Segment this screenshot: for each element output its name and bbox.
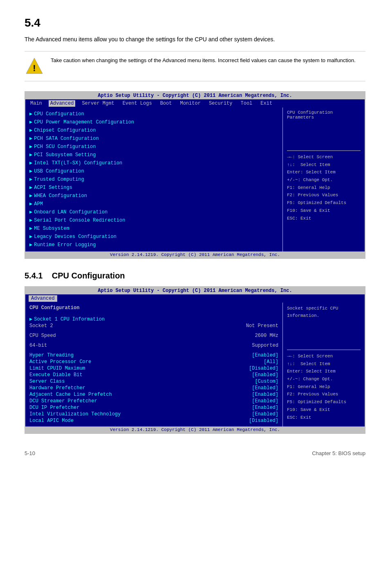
- bios-entry-serial[interactable]: ▶ Serial Port Console Redirection: [29, 216, 278, 224]
- bios-footer-2: Version 2.14.1219. Copyright (C) 2011 Am…: [25, 426, 365, 433]
- bios-title-bar-1: Aptio Setup Utility - Copyright (C) 2011…: [25, 92, 365, 99]
- key-f10-2: F10: Save & Exit: [287, 406, 361, 414]
- bios-entry-usb[interactable]: ▶ USB Configuration: [29, 167, 278, 175]
- bios-screen-2: Aptio Setup Utility - Copyright (C) 2011…: [25, 286, 365, 434]
- key-f1-2: F1: General Help: [287, 383, 361, 391]
- subsection-title: 5.4.1 CPU Configuration: [25, 271, 365, 281]
- bios-socket1-entry[interactable]: ▶ Socket 1 CPU Information: [29, 316, 278, 323]
- bios-entry-me[interactable]: ▶ ME Subsystem: [29, 224, 278, 233]
- bios-entry-whea[interactable]: ▶ WHEA Configuration: [29, 192, 278, 200]
- caution-text: Take caution when changing the settings …: [51, 56, 356, 65]
- bios-menu-exit[interactable]: Exit: [259, 100, 274, 107]
- key-select-item-2: ↑↓: Select Item: [287, 360, 361, 368]
- bios-left-1: ▶ CPU Configuration ▶ CPU Power Manageme…: [25, 108, 283, 251]
- key-change-opt-1: +/-~: Change Opt.: [287, 176, 361, 184]
- bios-local-apic-row[interactable]: Local APIC Mode [Disabled]: [29, 417, 278, 424]
- bios-cpu-speed-row: CPU Speed 2600 MHz: [29, 332, 278, 339]
- bios-tab-advanced[interactable]: Advanced: [29, 295, 57, 302]
- bios-64bit-row: 64-bit Supported: [29, 342, 278, 349]
- bios-active-proc-row[interactable]: Active Processor Core [All]: [29, 359, 278, 365]
- bios-adj-cache-row[interactable]: Adjacent Cache Line Prefetch [Enabled]: [29, 391, 278, 398]
- bios-menu-server[interactable]: Server Mgmt: [80, 100, 116, 107]
- bios-entry-legacy[interactable]: ▶ Legacy Devices Configuration: [29, 233, 278, 241]
- bios-title-bar-2: Aptio Setup Utility - Copyright (C) 2011…: [25, 287, 365, 294]
- bios-menu-monitor[interactable]: Monitor: [178, 100, 202, 107]
- page-footer: 5-10 Chapter 5: BIOS setup: [25, 450, 365, 456]
- key-esc-2: ESC: Exit: [287, 414, 361, 422]
- bios-entry-cpu-power[interactable]: ▶ CPU Power Management Configuration: [29, 118, 278, 126]
- key-f5-2: F5: Optimized Defaults: [287, 398, 361, 406]
- bios-entry-intel-txt[interactable]: ▶ Intel TXT(LT-SX) Configuration: [29, 159, 278, 167]
- key-f10-1: F10: Save & Exit: [287, 207, 361, 215]
- bios-menu-main[interactable]: Main: [29, 100, 44, 107]
- key-esc-1: ESC: Exit: [287, 215, 361, 222]
- bios-menu-tool[interactable]: Tool: [239, 100, 254, 107]
- bios-right2-top: Socket specific CPUInformation.: [287, 305, 361, 350]
- bios-right-top-1: CPU Configuration Parameters: [287, 110, 361, 151]
- bios-limit-cpuid-row[interactable]: Limit CPUID Maximum [Disabled]: [29, 365, 278, 372]
- bios-right2-keys: →←: Select Screen ↑↓: Select Item Enter:…: [287, 352, 361, 421]
- bios-entry-chipset[interactable]: ▶ Chipset Configuration: [29, 126, 278, 135]
- bios-content-1: ▶ CPU Configuration ▶ CPU Power Manageme…: [25, 108, 365, 251]
- bios-entry-acpi[interactable]: ▶ ACPI Settings: [29, 184, 278, 192]
- bios-entry-pch-sata[interactable]: ▶ PCH SATA Configuration: [29, 135, 278, 143]
- key-f5-1: F5: Optimized Defaults: [287, 199, 361, 207]
- bios-dcu-stream-row[interactable]: DCU Streamer Prefetcher [Enabled]: [29, 398, 278, 404]
- bios-entry-apm[interactable]: ▶ APM: [29, 200, 278, 208]
- key-change-opt-2: +/-~: Change Opt.: [287, 375, 361, 383]
- chapter-name: Chapter 5: BIOS setup: [312, 450, 365, 456]
- section-description: The Advanced menu items allow you to cha…: [25, 35, 365, 44]
- bios-menu-event[interactable]: Event Logs: [121, 100, 154, 107]
- bios-right-1: CPU Configuration Parameters →←: Select …: [283, 108, 365, 251]
- bios-content-2: CPU Configuration ▶ Socket 1 CPU Informa…: [25, 303, 365, 426]
- bios-socket2-row: Socket 2 Not Present: [29, 323, 278, 329]
- bios-hyper-row[interactable]: Hyper Threading [Enabled]: [29, 352, 278, 359]
- key-f2-2: F2: Previous Values: [287, 391, 361, 398]
- bios-right-2: Socket specific CPUInformation. →←: Sele…: [283, 303, 365, 426]
- bios-server-class-row[interactable]: Server Class [Custom]: [29, 378, 278, 385]
- bios-left-2: CPU Configuration ▶ Socket 1 CPU Informa…: [25, 303, 283, 426]
- bios-entry-cpu-config[interactable]: ▶ CPU Configuration: [29, 110, 278, 118]
- bios-right-keys-1: →←: Select Screen ↑↓: Select Item Enter:…: [287, 153, 361, 222]
- bios-hw-prefetch-row[interactable]: Hardware Prefetcher [Enabled]: [29, 385, 278, 391]
- caution-icon: !: [25, 56, 44, 76]
- bios-cpu-config-header: CPU Configuration: [29, 305, 278, 311]
- bios-entry-trusted[interactable]: ▶ Trusted Computing: [29, 175, 278, 184]
- bios-footer-1: Version 2.14.1219. Copyright (C) 2011 Am…: [25, 251, 365, 258]
- bios-menu-advanced[interactable]: Advanced: [49, 100, 76, 107]
- key-select-screen-1: →←: Select Screen: [287, 153, 361, 161]
- key-select-screen-2: →←: Select Screen: [287, 352, 361, 360]
- key-enter-1: Enter: Select Item: [287, 168, 361, 176]
- bios-virt-tech-row[interactable]: Intel Virtualization Technology [Enabled…: [29, 411, 278, 417]
- caution-box: ! Take caution when changing the setting…: [25, 51, 365, 81]
- bios-dcu-ip-row[interactable]: DCU IP Prefetcher [Enabled]: [29, 404, 278, 411]
- bios-screen-1: Aptio Setup Utility - Copyright (C) 2011…: [25, 91, 365, 259]
- bios-menu-security[interactable]: Security: [207, 100, 234, 107]
- bios-tab-bar-2: Advanced: [25, 294, 365, 303]
- key-f1-1: F1: General Help: [287, 184, 361, 192]
- bios-entry-lan[interactable]: ▶ Onboard LAN Configuration: [29, 208, 278, 216]
- bios-entry-runtime[interactable]: ▶ Runtime Error Logging: [29, 241, 278, 249]
- key-select-item-1: ↑↓: Select Item: [287, 161, 361, 169]
- bios-entry-pci[interactable]: ▶ PCI Subsystem Setting: [29, 151, 278, 159]
- page-number: 5-10: [25, 450, 35, 456]
- key-enter-2: Enter: Select Item: [287, 368, 361, 375]
- svg-text:!: !: [33, 63, 36, 73]
- section-title: 5.4: [25, 16, 365, 29]
- bios-execute-diable-row[interactable]: Execute Diable Bit [Enabled]: [29, 372, 278, 378]
- bios-menu-boot[interactable]: Boot: [159, 100, 174, 107]
- bios-menu-bar-1: Main Advanced Server Mgmt Event Logs Boo…: [25, 99, 365, 108]
- key-f2-1: F2: Previous Values: [287, 191, 361, 199]
- bios-entry-pch-scu[interactable]: ▶ PCH SCU Configuration: [29, 143, 278, 151]
